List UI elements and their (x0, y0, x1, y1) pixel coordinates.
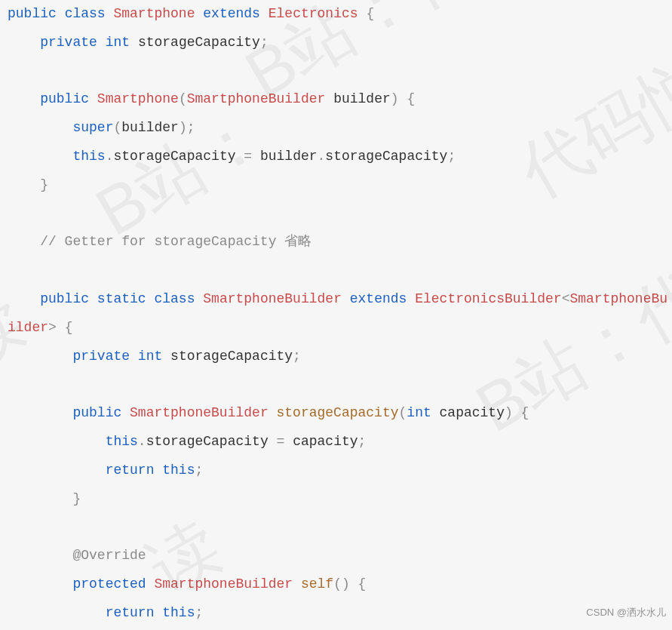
token-punc: = (244, 149, 252, 164)
token-punc: ( (179, 91, 187, 106)
token-type: SmartphoneBuilder (130, 405, 268, 420)
token-kw: this (72, 149, 105, 164)
token-punc: ; (293, 349, 301, 364)
token-kw: private (40, 35, 97, 50)
token-punc: ; (260, 35, 268, 50)
token-kw: public (40, 291, 89, 306)
token-ident: storageCapacity (113, 149, 235, 164)
token-method: self (301, 576, 333, 592)
token-type: SmartphoneBuilder (154, 576, 293, 592)
token-punc: . (106, 149, 114, 164)
token-ident: storageCapacity (138, 35, 260, 50)
token-kw: this (106, 434, 138, 449)
token-punc: { (521, 405, 529, 420)
token-kw: private (72, 349, 130, 364)
token-comment: @Override (72, 548, 146, 563)
token-punc: = (277, 434, 285, 449)
token-punc: ( (399, 405, 407, 420)
token-kw: class (65, 6, 106, 21)
token-punc: ; (447, 149, 456, 164)
token-kw: this (162, 605, 195, 620)
token-punc: < (562, 291, 570, 306)
token-punc: . (138, 434, 146, 449)
token-punc: ) (391, 91, 399, 106)
code-block: public class Smartphone extends Electron… (0, 0, 672, 630)
token-ident: builder (260, 149, 318, 164)
token-ident: capacity (293, 434, 357, 449)
token-punc: { (65, 320, 73, 335)
token-punc: > (48, 320, 57, 335)
token-punc: ( (113, 120, 121, 135)
token-kw: int (106, 35, 130, 50)
token-punc: ) (505, 405, 513, 420)
token-kw: super (72, 120, 113, 135)
token-kw: static (97, 291, 146, 306)
token-type: Electronics (268, 6, 358, 21)
token-punc: ; (195, 463, 203, 478)
token-punc: { (366, 6, 374, 21)
token-punc: ; (195, 605, 203, 620)
token-kw: public (72, 405, 121, 420)
token-kw: protected (72, 576, 146, 592)
token-punc: ; (358, 434, 367, 449)
token-type: SmartphoneBuilder (203, 291, 342, 306)
token-punc: ) (179, 120, 187, 135)
token-punc: { (407, 91, 415, 106)
token-kw: extends (203, 6, 260, 21)
token-method: storageCapacity (277, 405, 399, 420)
token-kw: this (162, 463, 195, 478)
token-type: Smartphone (113, 6, 195, 21)
token-punc: ( (333, 576, 342, 592)
token-punc: } (40, 177, 48, 192)
token-type: SmartphoneBuilder (187, 91, 326, 106)
token-ident: storageCapacity (146, 434, 268, 449)
token-kw: return (106, 463, 155, 478)
token-kw: int (407, 405, 431, 420)
token-kw: extends (350, 291, 407, 306)
token-ident: storageCapacity (325, 149, 447, 164)
token-kw: int (138, 349, 162, 364)
token-punc: ; (187, 120, 195, 135)
token-type: ElectronicsBuilder (415, 291, 561, 306)
token-type: Smartphone (97, 91, 179, 106)
token-kw: return (106, 605, 155, 620)
token-kw: public (40, 91, 89, 106)
token-kw: public (8, 6, 57, 21)
token-punc: ) (342, 576, 350, 592)
token-comment: // Getter for storageCapacity 省略 (40, 234, 311, 249)
token-ident: builder (333, 91, 391, 106)
token-ident: capacity (440, 405, 505, 420)
token-punc: } (72, 491, 81, 506)
footer-attribution: CSDN @洒水水儿 (586, 598, 666, 627)
token-punc: { (358, 576, 367, 592)
token-kw: class (154, 291, 195, 306)
token-ident: storageCapacity (170, 349, 293, 364)
token-ident: builder (121, 120, 179, 135)
token-punc: . (318, 149, 326, 164)
